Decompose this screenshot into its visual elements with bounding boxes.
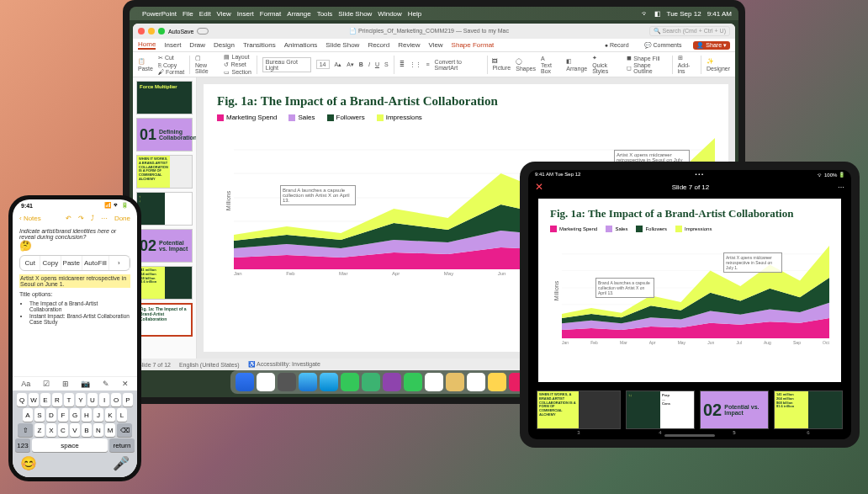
copy-button[interactable]: ⎘ Copy: [158, 62, 184, 68]
dock-contacts-icon[interactable]: [446, 373, 464, 391]
dock-notes-icon[interactable]: [488, 373, 506, 391]
share-icon[interactable]: ⤴: [91, 215, 94, 222]
multitask-dots[interactable]: • • •: [696, 172, 704, 178]
tab-draw[interactable]: Draw: [189, 41, 205, 49]
designer-button[interactable]: ✨: [707, 58, 730, 65]
slide-thumbnails-panel[interactable]: Force Multiplier 01Defining Collaboratio…: [133, 77, 197, 359]
dock-facetime-icon[interactable]: [404, 373, 422, 391]
key-s[interactable]: S: [34, 408, 45, 422]
tab-slideshow[interactable]: Slide Show: [326, 41, 359, 49]
key-m[interactable]: M: [105, 423, 115, 437]
draw-button[interactable]: ✎: [103, 380, 109, 388]
menu-view[interactable]: View: [217, 10, 231, 18]
language-indicator[interactable]: English (United States): [179, 362, 240, 368]
menu-insert[interactable]: Insert: [237, 10, 254, 18]
section-button[interactable]: ▭ Section: [224, 69, 251, 76]
key-v[interactable]: V: [70, 423, 80, 437]
tab-animations[interactable]: Animations: [284, 41, 318, 49]
addins-button[interactable]: ⊞: [678, 55, 696, 61]
tab-review[interactable]: Review: [398, 41, 420, 49]
key-shift[interactable]: ⇧: [18, 423, 33, 437]
menu-format[interactable]: Format: [260, 10, 281, 18]
ipad-thumb-3[interactable]: WHEN IT WORKS, A BRAND-ARTIST COLLABORAT…: [537, 390, 621, 429]
app-name[interactable]: PowerPoint: [142, 10, 177, 18]
menu-tools[interactable]: Tools: [317, 10, 333, 18]
picture-button[interactable]: 🖼: [492, 58, 511, 64]
menu-edit[interactable]: Edit: [199, 10, 211, 18]
font-selector[interactable]: Bureau Grot Light: [262, 57, 311, 72]
slide-title[interactable]: Fig. 1a: The Impact of a Brand-Artist Co…: [217, 94, 715, 109]
tab-design[interactable]: Design: [214, 41, 235, 49]
menubar-date[interactable]: Tue Sep 12: [667, 10, 701, 18]
key-c[interactable]: C: [58, 423, 68, 437]
control-center-icon[interactable]: ◧: [654, 10, 661, 18]
cut-button[interactable]: ✂ Cut: [158, 55, 184, 61]
chart-annotation-1[interactable]: Brand A launches a capsule collection wi…: [280, 185, 356, 205]
key-y[interactable]: Y: [76, 393, 86, 406]
thumb-1[interactable]: Force Multiplier: [136, 81, 193, 114]
key-r[interactable]: R: [52, 393, 62, 406]
menu-help[interactable]: Help: [408, 10, 421, 18]
key-o[interactable]: O: [111, 393, 121, 406]
back-button[interactable]: ‹ Notes: [19, 215, 41, 222]
thumb-6[interactable]: 141 million264 million$68 billion$1.6 tr…: [136, 266, 193, 300]
autosave-toggle[interactable]: AutoSave: [168, 29, 193, 35]
tab-insert[interactable]: Insert: [164, 41, 181, 49]
ipad-home-indicator[interactable]: [528, 434, 851, 439]
autosave-switch[interactable]: [197, 28, 209, 35]
undo-button[interactable]: ↶: [66, 215, 71, 222]
menu-slideshow[interactable]: Slide Show: [338, 10, 372, 18]
wifi-icon[interactable]: ᯤ: [642, 10, 648, 18]
quickstyles-button[interactable]: ✦: [592, 55, 622, 61]
shapes-button[interactable]: ◯: [516, 58, 536, 65]
key-x[interactable]: X: [46, 423, 56, 437]
key-f[interactable]: F: [58, 408, 68, 422]
menu-window[interactable]: Window: [378, 10, 401, 18]
thumb-7[interactable]: Fig. 1a: The Impact of a Brand-Artist Co…: [136, 303, 193, 337]
key-l[interactable]: L: [117, 408, 127, 422]
key-u[interactable]: U: [87, 393, 98, 406]
layout-button[interactable]: ▤ Layout: [224, 54, 251, 61]
thumb-3[interactable]: WHEN IT WORKS, A BRAND-ARTIST COLLABORAT…: [136, 155, 193, 189]
key-return[interactable]: return: [109, 438, 135, 452]
dock-reminders-icon[interactable]: [467, 373, 485, 391]
ipad-thumb-5[interactable]: 02Potential vs. Impact5: [700, 390, 769, 429]
tab-record[interactable]: Record: [368, 41, 389, 49]
key-space[interactable]: space: [32, 438, 108, 452]
highlighted-text[interactable]: Artist X opens midcareer retrospective i…: [19, 274, 130, 288]
more-options[interactable]: ›: [109, 256, 130, 270]
redo-button[interactable]: ↷: [78, 215, 84, 222]
reset-button[interactable]: ↺ Reset: [224, 61, 251, 68]
bullets-button[interactable]: ≣: [400, 61, 405, 68]
italic-button[interactable]: I: [368, 61, 370, 67]
format-text-button[interactable]: Aa: [21, 380, 30, 388]
key-b[interactable]: B: [82, 423, 92, 437]
key-a[interactable]: A: [23, 408, 33, 422]
record-button[interactable]: ● Record: [601, 41, 632, 49]
minimize-button[interactable]: [148, 28, 155, 35]
key-g[interactable]: G: [70, 408, 80, 422]
ipad-filmstrip[interactable]: WHEN IT WORKS, A BRAND-ARTIST COLLABORAT…: [528, 387, 851, 434]
dock-finder-icon[interactable]: [236, 373, 254, 391]
shape-outline-button[interactable]: ◻ Shape Outline: [627, 62, 666, 74]
tab-transitions[interactable]: Transitions: [243, 41, 276, 49]
key-j[interactable]: J: [93, 408, 103, 422]
key-t[interactable]: T: [64, 393, 74, 406]
ipad-slide-view[interactable]: Fig. 1a: The Impact of a Brand-Artist Co…: [538, 199, 841, 382]
arrange-button[interactable]: ◧: [566, 58, 587, 65]
thumb-5[interactable]: 02Potential vs. Impact: [136, 229, 193, 263]
ipad-thumb-6[interactable]: 141 million264 million$68 billion$1.6 tr…: [774, 390, 843, 429]
thumb-4[interactable]: ↑↓: [136, 192, 193, 226]
key-e[interactable]: E: [40, 393, 50, 406]
dock-settings-icon[interactable]: [278, 373, 296, 391]
key-q[interactable]: Q: [17, 393, 27, 406]
close-button[interactable]: [138, 28, 145, 35]
key-123[interactable]: 123: [15, 438, 30, 452]
emoji-button[interactable]: 😊: [20, 455, 37, 471]
autofill-option[interactable]: AutoFill: [82, 256, 109, 270]
key-w[interactable]: W: [29, 393, 39, 406]
new-slide-button[interactable]: ▢: [195, 55, 220, 61]
menu-file[interactable]: File: [183, 10, 193, 18]
underline-button[interactable]: U: [375, 61, 379, 67]
key-backspace[interactable]: ⌫: [117, 423, 132, 437]
